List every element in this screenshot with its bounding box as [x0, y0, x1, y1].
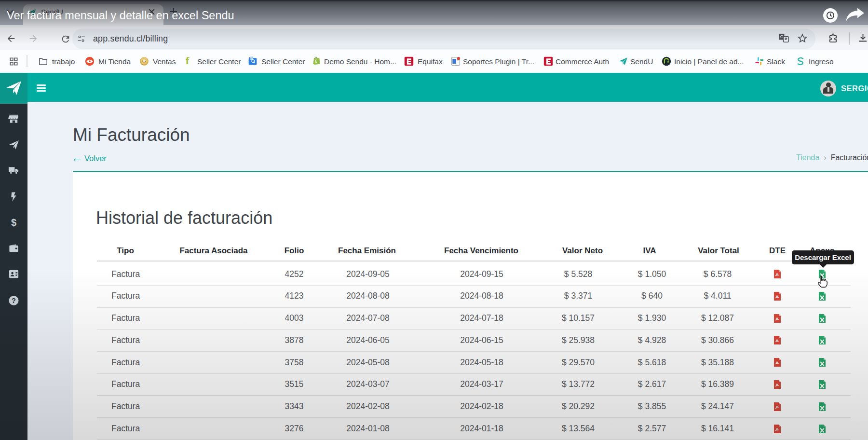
svg-text:?: ?: [12, 297, 16, 304]
svg-text:$: $: [11, 217, 16, 228]
